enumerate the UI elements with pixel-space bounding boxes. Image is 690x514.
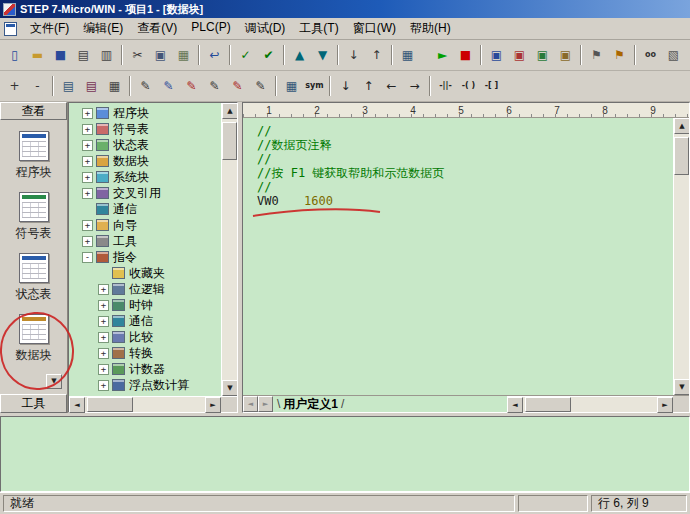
options-button[interactable]: ▦ xyxy=(396,44,419,66)
tree-item-communication[interactable]: 通信 xyxy=(69,201,221,217)
tree-horizontal-scrollbar[interactable]: ◄ ► xyxy=(69,396,237,412)
tree-item-instructions[interactable]: - 指令 xyxy=(69,249,221,265)
run-button[interactable]: ► xyxy=(431,44,454,66)
line-left-button[interactable]: ← xyxy=(380,75,403,97)
insert-coil-button[interactable]: -( ) xyxy=(457,75,480,97)
scroll-right-button[interactable]: ► xyxy=(205,397,221,413)
scrollbar-track[interactable] xyxy=(85,397,205,412)
expand-toggle[interactable]: + xyxy=(82,156,93,167)
print-button[interactable]: ▤ xyxy=(72,44,95,66)
tree-item-cross-reference[interactable]: + 交叉引用 xyxy=(69,185,221,201)
tab-user-defined-1[interactable]: 用户定义1 xyxy=(273,396,348,412)
scroll-up-button[interactable]: ▲ xyxy=(674,118,689,134)
menu-view[interactable]: 查看(V) xyxy=(130,17,184,40)
tree-item-convert[interactable]: + 转换 xyxy=(69,345,221,361)
expand-toggle[interactable]: + xyxy=(98,348,109,359)
expand-toggle[interactable]: + xyxy=(98,332,109,343)
tree-item-status-chart[interactable]: + 状态表 xyxy=(69,137,221,153)
scroll-left-button[interactable]: ◄ xyxy=(507,397,523,413)
compile-button[interactable]: ✓ xyxy=(234,44,257,66)
symbol-view-button[interactable]: ▣ xyxy=(508,44,531,66)
next-bookmark-pen-button[interactable]: ✎ xyxy=(226,75,249,97)
upload-button[interactable]: ▲ xyxy=(288,44,311,66)
sidebar-item-status-chart[interactable]: 状态表 xyxy=(2,248,66,309)
download-button[interactable]: ▼ xyxy=(311,44,334,66)
tree-item-bit-logic[interactable]: + 位逻辑 xyxy=(69,281,221,297)
expand-toggle[interactable]: + xyxy=(98,316,109,327)
editor-vertical-scrollbar[interactable]: ▲ ▼ xyxy=(673,118,689,395)
tree-item-wizard[interactable]: + 向导 xyxy=(69,217,221,233)
save-button[interactable]: ■ xyxy=(49,44,72,66)
tree-item-favorites[interactable]: 收藏夹 xyxy=(69,265,221,281)
line-right-button[interactable]: → xyxy=(403,75,426,97)
insert-contact-button[interactable]: -||- xyxy=(434,75,457,97)
stop-button[interactable]: ■ xyxy=(454,44,477,66)
tree-item-floating-point-math[interactable]: + 浮点数计算 xyxy=(69,377,221,393)
sym-toggle-button[interactable]: sym xyxy=(303,75,326,97)
menu-edit[interactable]: 编辑(E) xyxy=(76,17,130,40)
tools-bar-header[interactable]: 工具 xyxy=(0,394,67,413)
open-button[interactable]: ▬ xyxy=(26,44,49,66)
document-window-icon[interactable] xyxy=(4,22,17,36)
sort-ascending-button[interactable]: ↓ xyxy=(342,44,365,66)
line-up-button[interactable]: ↑ xyxy=(357,75,380,97)
scrollbar-thumb[interactable] xyxy=(222,122,237,160)
undo-button[interactable]: ↩ xyxy=(203,44,226,66)
status-view-button[interactable]: ▣ xyxy=(531,44,554,66)
toggle-symbol-info-button[interactable]: ✎ xyxy=(180,75,203,97)
collapse-all-button[interactable]: - xyxy=(26,75,49,97)
print-preview-button[interactable]: ▥ xyxy=(95,44,118,66)
tree-item-system-block[interactable]: + 系统块 xyxy=(69,169,221,185)
tree-item-program-block[interactable]: + 程序块 xyxy=(69,105,221,121)
sidebar-item-data-block[interactable]: 数据块 xyxy=(2,309,66,370)
menu-window[interactable]: 窗口(W) xyxy=(346,17,403,40)
delete-network-button[interactable]: ▤ xyxy=(80,75,103,97)
tab-scroll-right-button[interactable]: ► xyxy=(258,396,273,412)
tree-item-communication-2[interactable]: + 通信 xyxy=(69,313,221,329)
insert-box-button[interactable]: -[ ] xyxy=(480,75,503,97)
toggle-network-comments-button[interactable]: ✎ xyxy=(157,75,180,97)
menu-tools[interactable]: 工具(T) xyxy=(292,17,345,40)
tree-item-clock[interactable]: + 时钟 xyxy=(69,297,221,313)
clear-bookmarks-button[interactable]: ✎ xyxy=(249,75,272,97)
expand-all-button[interactable]: + xyxy=(3,75,26,97)
new-button[interactable]: ▯ xyxy=(3,44,26,66)
editor-horizontal-scrollbar[interactable]: ◄ ► xyxy=(507,396,673,412)
line-down-button[interactable]: ↓ xyxy=(334,75,357,97)
edit-table-button[interactable]: ▦ xyxy=(103,75,126,97)
data-view-button[interactable]: ▣ xyxy=(554,44,577,66)
scroll-down-button[interactable]: ▼ xyxy=(222,380,237,396)
program-view-button[interactable]: ▣ xyxy=(485,44,508,66)
scrollbar-track[interactable] xyxy=(674,134,689,379)
next-bookmark-button[interactable]: ⚑ xyxy=(608,44,631,66)
menu-file[interactable]: 文件(F) xyxy=(23,17,76,40)
scrollbar-thumb[interactable] xyxy=(87,397,133,412)
tab-scroll-left-button[interactable]: ◄ xyxy=(243,396,258,412)
tree-item-tools[interactable]: + 工具 xyxy=(69,233,221,249)
tree-item-symbol-table[interactable]: + 符号表 xyxy=(69,121,221,137)
toggle-pou-comments-button[interactable]: ✎ xyxy=(134,75,157,97)
expand-toggle[interactable]: + xyxy=(98,300,109,311)
paste-button[interactable]: ▦ xyxy=(172,44,195,66)
menu-help[interactable]: 帮助(H) xyxy=(403,17,458,40)
expand-toggle[interactable]: + xyxy=(82,188,93,199)
compile-all-button[interactable]: ✔ xyxy=(257,44,280,66)
expand-toggle[interactable]: + xyxy=(82,220,93,231)
tree-vertical-scrollbar[interactable]: ▲ ▼ xyxy=(221,103,237,396)
symbol-table-toggle-button[interactable]: ▦ xyxy=(280,75,303,97)
find-button[interactable]: oo xyxy=(639,44,662,66)
toggle-bookmark-button[interactable]: ✎ xyxy=(203,75,226,97)
tree-item-counters[interactable]: + 计数器 xyxy=(69,361,221,377)
scroll-right-button[interactable]: ► xyxy=(657,397,673,413)
editor-text-area[interactable]: ////数据页注释////按 F1 键获取帮助和示范数据页//VW01600 xyxy=(243,118,673,395)
scroll-down-button[interactable]: ▼ xyxy=(674,379,689,395)
expand-toggle[interactable]: + xyxy=(82,236,93,247)
browse-button[interactable]: ▧ xyxy=(662,44,685,66)
scrollbar-track[interactable] xyxy=(222,119,237,380)
expand-toggle[interactable]: + xyxy=(82,172,93,183)
menu-debug[interactable]: 调试(D) xyxy=(238,17,293,40)
expand-toggle[interactable]: + xyxy=(82,124,93,135)
scrollbar-track[interactable] xyxy=(523,397,657,412)
expand-toggle[interactable]: - xyxy=(82,252,93,263)
scrollbar-thumb[interactable] xyxy=(674,137,689,175)
